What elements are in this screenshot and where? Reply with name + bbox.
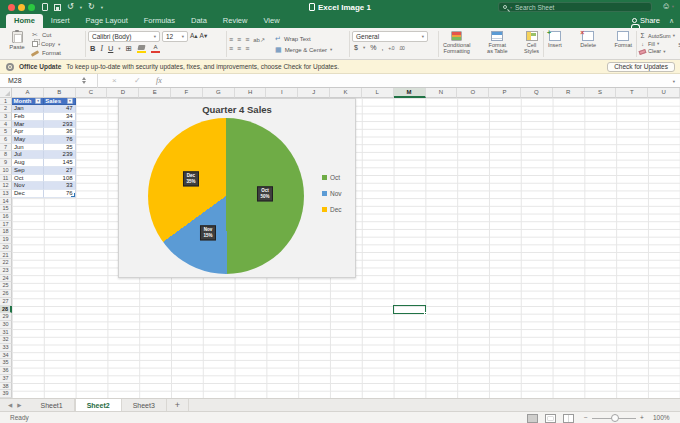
sort-filter-button[interactable]: AZ Sort & Filter (675, 30, 680, 58)
autosum-button[interactable]: Σ AutoSum ▾ (639, 33, 675, 40)
row-header-32[interactable]: 32 (0, 336, 12, 344)
align-top-icon[interactable]: ≡ (229, 36, 233, 43)
row-header-37[interactable]: 37 (0, 375, 12, 383)
tab-page-layout[interactable]: Page Layout (78, 14, 136, 29)
row-header-26[interactable]: 26 (0, 290, 12, 298)
column-header-I[interactable]: I (266, 88, 298, 98)
align-left-icon[interactable]: ≡ (229, 45, 233, 52)
paste-button[interactable]: Paste (3, 30, 31, 58)
pie-plot[interactable] (148, 118, 304, 274)
row-header-36[interactable]: 36 (0, 367, 12, 375)
column-header-D[interactable]: D (107, 88, 139, 98)
table-resize-handle[interactable] (71, 193, 75, 197)
tab-home[interactable]: Home (6, 14, 43, 29)
row-header-23[interactable]: 23 (0, 267, 12, 275)
legend-item-nov[interactable]: Nov (322, 185, 342, 201)
sheet-tab-sheet2[interactable]: Sheet2 (75, 399, 122, 411)
check-for-updates-button[interactable]: Check for Updates (607, 62, 675, 72)
format-cells-button[interactable]: Format (615, 30, 632, 58)
formula-bar-expand-icon[interactable]: ▾ (673, 79, 675, 84)
column-header-P[interactable]: P (489, 88, 521, 98)
cell-styles-button[interactable]: Cell Styles (524, 30, 539, 58)
fill-color-button[interactable] (137, 45, 146, 53)
row-header-24[interactable]: 24 (0, 275, 12, 283)
sales-cell[interactable]: 293 (44, 121, 76, 129)
sales-cell[interactable]: 108 (44, 175, 76, 183)
column-header-Q[interactable]: Q (521, 88, 553, 98)
sales-cell[interactable]: 239 (44, 151, 76, 159)
column-header-E[interactable]: E (139, 88, 171, 98)
tab-review[interactable]: Review (215, 14, 256, 29)
month-cell[interactable]: Jul (12, 151, 44, 159)
legend-item-oct[interactable]: Oct (322, 169, 342, 185)
search-dropdown-icon[interactable]: ▾ (510, 5, 512, 10)
insert-function-icon[interactable]: fx (156, 74, 162, 88)
align-middle-icon[interactable]: ≡ (237, 36, 241, 43)
format-as-table-button[interactable]: Format as Table (487, 30, 507, 58)
column-header-N[interactable]: N (426, 88, 458, 98)
underline-button[interactable]: U (108, 45, 113, 53)
font-size-select[interactable]: 12 ▾ (162, 31, 188, 42)
filter-dropdown-icon[interactable]: ▾ (67, 98, 74, 104)
row-header-22[interactable]: 22 (0, 259, 12, 267)
sales-cell[interactable]: 145 (44, 159, 76, 167)
row-header-13[interactable]: 13 (0, 190, 12, 198)
row-header-30[interactable]: 30 (0, 321, 12, 329)
sales-cell[interactable]: 33 (44, 182, 76, 190)
row-header-35[interactable]: 35 (0, 359, 12, 367)
decrease-font-button[interactable]: A▾ (200, 31, 208, 42)
column-header-H[interactable]: H (235, 88, 267, 98)
cancel-entry-icon[interactable]: × (112, 74, 117, 88)
row-header-15[interactable]: 15 (0, 205, 12, 213)
sales-cell[interactable]: 35 (44, 144, 76, 152)
row-header-2[interactable]: 2 (0, 105, 12, 113)
month-cell[interactable]: Nov (12, 182, 44, 190)
sales-cell[interactable]: 27 (44, 167, 76, 175)
zoom-slider-knob[interactable] (611, 414, 619, 422)
sheet-tab-sheet3[interactable]: Sheet3 (122, 399, 167, 411)
column-header-R[interactable]: R (553, 88, 585, 98)
align-center-icon[interactable]: ≡ (237, 45, 241, 52)
orientation-icon[interactable]: ab↗ (253, 37, 265, 43)
column-header-U[interactable]: U (648, 88, 680, 98)
share-button[interactable]: Share (632, 16, 660, 25)
row-header-12[interactable]: 12 (0, 182, 12, 190)
decrease-decimal-icon[interactable]: .00 (399, 45, 404, 51)
column-header-K[interactable]: K (330, 88, 362, 98)
row-header-31[interactable]: 31 (0, 329, 12, 337)
sales-cell[interactable]: 76 (44, 136, 76, 144)
copy-button[interactable]: Copy ▾ (31, 40, 83, 48)
row-header-28[interactable]: 28 (0, 306, 12, 314)
sales-cell[interactable]: 47 (44, 105, 76, 113)
tab-data[interactable]: Data (183, 14, 215, 29)
insert-cells-button[interactable]: + Insert (548, 30, 562, 58)
currency-button[interactable]: $ (354, 44, 358, 51)
clear-button[interactable]: Clear ▾ (639, 49, 675, 55)
row-header-8[interactable]: 8 (0, 151, 12, 159)
percent-style-button[interactable]: % (370, 44, 376, 51)
feedback-smiley-button[interactable]: ☺ ▾ (662, 1, 674, 11)
sales-cell[interactable]: 76 (44, 190, 76, 198)
column-header-A[interactable]: A (12, 88, 44, 98)
normal-view-button[interactable] (527, 414, 538, 423)
row-header-11[interactable]: 11 (0, 175, 12, 183)
column-header-S[interactable]: S (585, 88, 617, 98)
table-header-sales[interactable]: Sales▾ (44, 98, 76, 106)
row-header-7[interactable]: 7 (0, 144, 12, 152)
row-header-25[interactable]: 25 (0, 282, 12, 290)
column-header-J[interactable]: J (298, 88, 330, 98)
active-cell-outline[interactable] (393, 305, 426, 314)
wrap-text-button[interactable]: ↵ Wrap Text (275, 35, 347, 43)
column-header-L[interactable]: L (362, 88, 394, 98)
cut-button[interactable]: ✂ Cut (31, 31, 83, 39)
month-cell[interactable]: Sep (12, 167, 44, 175)
page-layout-view-button[interactable] (545, 414, 556, 423)
row-header-16[interactable]: 16 (0, 213, 12, 221)
next-sheet-icon[interactable]: ▶ (17, 402, 21, 408)
font-color-button[interactable]: A (151, 44, 160, 53)
format-painter-button[interactable]: Format (31, 49, 83, 57)
month-cell[interactable]: Oct (12, 175, 44, 183)
align-right-icon[interactable]: ≡ (245, 45, 249, 52)
row-header-4[interactable]: 4 (0, 121, 12, 129)
tab-insert[interactable]: Insert (43, 14, 78, 29)
